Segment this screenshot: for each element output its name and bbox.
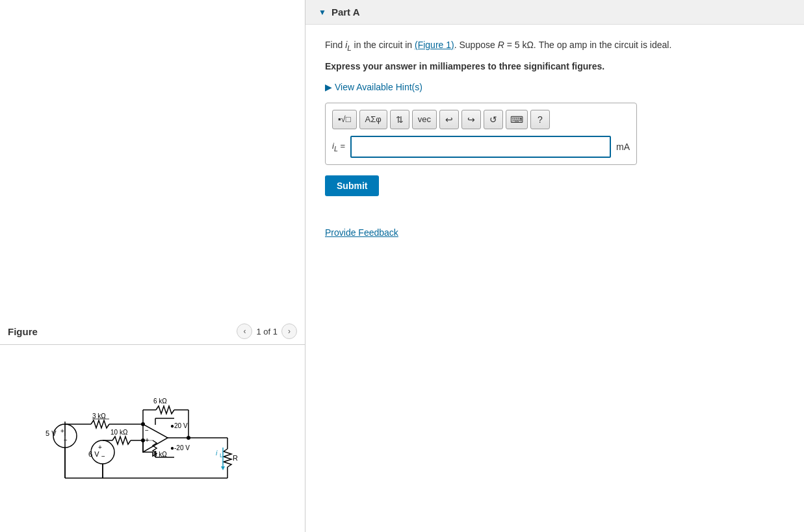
figure-title: Figure <box>8 326 38 337</box>
input-row: iL = mA <box>332 136 630 158</box>
next-figure-button[interactable]: › <box>281 323 297 339</box>
instruction-text: Express your answer in milliamperes to t… <box>325 59 785 73</box>
r-symbol: R <box>498 40 504 50</box>
problem-text-line1: Find iL in the circuit in (Figure 1). Su… <box>325 38 785 54</box>
svg-text:5 V: 5 V <box>45 429 57 437</box>
left-panel: Figure ‹ 1 of 1 › + − 5 V + − 6 V 3 <box>0 0 305 532</box>
figure-link[interactable]: (Figure 1) <box>415 40 454 50</box>
svg-point-47 <box>141 438 145 442</box>
submit-button[interactable]: Submit <box>325 175 379 196</box>
svg-text:−: − <box>101 453 105 460</box>
svg-text:i: i <box>216 449 218 457</box>
part-header: ▼ Part A <box>305 0 804 25</box>
svg-text:−: − <box>145 427 149 434</box>
right-panel: ▼ Part A Find iL in the circuit in (Figu… <box>305 0 804 532</box>
prev-figure-button[interactable]: ‹ <box>237 323 252 339</box>
figure-content: + − 5 V + − 6 V 3 kΩ 10 kΩ <box>0 345 305 532</box>
svg-text:10 kΩ: 10 kΩ <box>110 429 128 436</box>
part-body: Find iL in the circuit in (Figure 1). Su… <box>305 25 804 251</box>
svg-text:+: + <box>145 436 149 444</box>
unit-label: mA <box>616 142 630 152</box>
toolbar-vec-button[interactable]: vec <box>412 110 437 129</box>
answer-input[interactable] <box>350 136 611 158</box>
toolbar-arrows-button[interactable]: ⇅ <box>390 110 409 129</box>
circuit-diagram: + − 5 V + − 6 V 3 kΩ 10 kΩ <box>6 351 279 494</box>
svg-text:3 kΩ: 3 kΩ <box>92 412 106 420</box>
toolbar-fraction-button[interactable]: ▪√□ <box>332 110 357 129</box>
svg-marker-42 <box>221 466 225 470</box>
math-input-container: ▪√□ ΑΣφ ⇅ vec ↩ ↪ ↺ ⌨ ? iL = mA <box>325 103 637 165</box>
svg-text:6 kΩ: 6 kΩ <box>153 398 167 405</box>
svg-text:6 V: 6 V <box>88 450 99 458</box>
hint-label: View Available Hint(s) <box>335 82 422 92</box>
il-input-label: iL <box>332 141 338 151</box>
part-collapse-icon[interactable]: ▼ <box>318 8 326 17</box>
svg-text:5 kΩ: 5 kΩ <box>153 451 167 458</box>
svg-text:●20 V: ●20 V <box>170 422 188 429</box>
svg-text:●-20 V: ●-20 V <box>170 444 190 451</box>
provide-feedback-link[interactable]: Provide Feedback <box>325 227 398 238</box>
toolbar-redo-button[interactable]: ↪ <box>461 110 481 129</box>
math-toolbar: ▪√□ ΑΣφ ⇅ vec ↩ ↪ ↺ ⌨ ? <box>332 110 630 129</box>
figure-header: Figure ‹ 1 of 1 › <box>0 318 305 345</box>
toolbar-reset-button[interactable]: ↺ <box>484 110 503 129</box>
figure-count: 1 of 1 <box>256 327 278 336</box>
figure-nav: ‹ 1 of 1 › <box>237 323 297 339</box>
toolbar-greek-button[interactable]: ΑΣφ <box>359 110 387 129</box>
il-symbol: iL <box>345 40 352 50</box>
svg-text:−: − <box>64 437 68 444</box>
toolbar-help-button[interactable]: ? <box>530 110 550 129</box>
svg-text:R: R <box>233 454 238 462</box>
hint-arrow-icon: ▶ <box>325 82 332 92</box>
feedback-section: Provide Feedback <box>325 212 785 238</box>
svg-text:+: + <box>60 427 64 435</box>
toolbar-keyboard-button[interactable]: ⌨ <box>506 110 528 129</box>
hint-link[interactable]: ▶ View Available Hint(s) <box>325 82 785 92</box>
part-title: Part A <box>331 6 360 18</box>
equals-sign: = <box>341 141 346 151</box>
toolbar-undo-button[interactable]: ↩ <box>439 110 459 129</box>
input-label: iL = <box>332 141 345 153</box>
